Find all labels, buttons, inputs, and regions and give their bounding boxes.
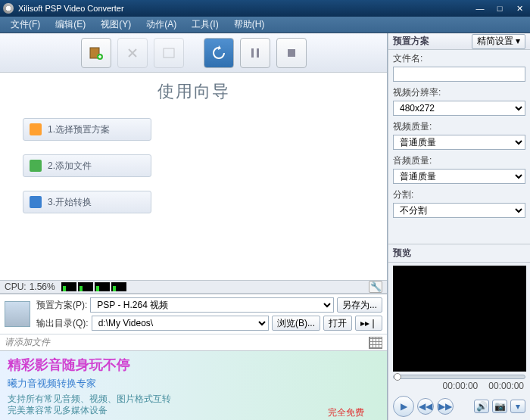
x-icon — [125, 45, 140, 61]
cpu-label: CPU: — [5, 282, 26, 292]
preview-time-current: 00:00:00 — [443, 381, 479, 391]
menu-tools[interactable]: 工具(I) — [184, 18, 226, 31]
snapshot-button[interactable]: 📷 — [492, 400, 507, 413]
banner-desc-2: 完美兼容常见多媒体设备 — [8, 405, 108, 415]
step-3-label: 3.开始转换 — [48, 196, 92, 209]
banner-free-label: 完全免费 — [328, 406, 364, 419]
video-quality-label: 视频质量: — [393, 120, 525, 133]
resolution-label: 视频分辨率: — [393, 86, 525, 99]
split-select[interactable]: 不分割 — [393, 203, 525, 218]
preview-prev-button[interactable]: ◀◀ — [417, 398, 434, 415]
menu-edit[interactable]: 编辑(E) — [48, 18, 93, 31]
stop-icon — [284, 45, 299, 61]
advanced-settings-select[interactable]: 精简设置 ▾ — [472, 34, 525, 49]
add-file-hint: 请添加文件 — [5, 336, 50, 349]
svg-rect-3 — [251, 48, 254, 58]
maximize-button[interactable]: □ — [492, 3, 507, 14]
convert-icon — [30, 196, 42, 208]
output-dir-select[interactable]: d:\My Videos\ — [92, 316, 269, 331]
stop-button[interactable] — [276, 38, 307, 68]
open-dir-button[interactable]: 打开 — [323, 316, 352, 331]
settings-wrench-button[interactable]: 🔧 — [369, 281, 382, 293]
pause-icon — [248, 45, 263, 61]
step-1-label: 1.选择预置方案 — [48, 123, 110, 136]
play-icon: ▶ — [401, 401, 407, 412]
wrench-icon: 🔧 — [370, 282, 382, 292]
refresh-icon — [211, 45, 226, 61]
audio-quality-label: 音频质量: — [393, 154, 525, 167]
banner-desc-1: 支持所有常见音频、视频、图片格式互转 — [8, 394, 171, 404]
profile-select[interactable]: PSP - H.264 视频 — [90, 297, 334, 313]
send-to-device-button[interactable]: ▸▸❘ — [355, 316, 382, 331]
pause-button[interactable] — [240, 38, 270, 68]
step-2-label: 2.添加文件 — [48, 160, 92, 173]
add-file-button[interactable] — [81, 38, 111, 68]
prev-icon: ◀◀ — [419, 401, 432, 412]
view-mode-button[interactable] — [369, 337, 382, 349]
preview-seek-bar[interactable] — [393, 375, 525, 379]
banner-subtitle: 曦力音视频转换专家 — [8, 377, 171, 390]
minimize-button[interactable]: ― — [472, 3, 488, 14]
wizard-title: 使用向导 — [23, 80, 364, 103]
mute-button[interactable]: 🔊 — [474, 400, 489, 413]
profile-label: 预置方案(P): — [36, 299, 87, 312]
menu-view[interactable]: 视图(Y) — [93, 18, 139, 31]
menu-action[interactable]: 动作(A) — [139, 18, 184, 31]
device-arrow-icon: ▸▸❘ — [360, 318, 377, 328]
add-icon — [30, 160, 42, 172]
split-label: 分割: — [393, 188, 525, 201]
profile-panel-title: 预置方案 — [393, 35, 472, 48]
audio-quality-select[interactable]: 普通质量 — [393, 169, 525, 184]
menu-help[interactable]: 帮助(H) — [226, 18, 273, 31]
speaker-icon: 🔊 — [476, 401, 488, 412]
output-label: 输出目录(Q): — [36, 317, 89, 330]
svg-rect-2 — [164, 48, 174, 58]
cpu-graph — [61, 282, 126, 291]
step-2-add-file[interactable]: 2.添加文件 — [23, 154, 151, 177]
filename-label: 文件名: — [393, 52, 525, 65]
promo-banner[interactable]: 精彩影音随身玩不停 曦力音视频转换专家 支持所有常见音频、视频、图片格式互转 完… — [0, 350, 387, 420]
svg-rect-5 — [288, 49, 295, 57]
profile-icon — [30, 123, 42, 135]
video-quality-select[interactable]: 普通质量 — [393, 135, 525, 150]
resolution-select[interactable]: 480x272 — [393, 101, 525, 116]
filename-input[interactable] — [393, 67, 525, 82]
filmstrip-icon — [161, 45, 176, 61]
snapshot-folder-button[interactable]: ▾ — [510, 400, 525, 413]
step-1-select-profile[interactable]: 1.选择预置方案 — [23, 118, 151, 141]
remove-button[interactable] — [117, 38, 148, 68]
step-3-start-convert[interactable]: 3.开始转换 — [23, 191, 151, 213]
menu-file[interactable]: 文件(F) — [3, 18, 48, 31]
profile-thumbnail — [5, 301, 30, 327]
filmstrip-plus-icon — [89, 45, 104, 61]
preview-next-button[interactable]: ▶▶ — [437, 398, 454, 415]
svg-rect-4 — [257, 48, 259, 58]
next-icon: ▶▶ — [438, 401, 452, 412]
window-title: Xilisoft PSP Video Converter — [18, 4, 472, 13]
close-button[interactable]: ✕ — [512, 3, 527, 14]
preview-play-button[interactable]: ▶ — [393, 396, 414, 417]
preview-screen — [393, 266, 526, 372]
folder-icon: ▾ — [516, 401, 520, 412]
convert-button[interactable] — [204, 38, 234, 68]
banner-headline: 精彩影音随身玩不停 — [8, 356, 171, 374]
preview-title: 预览 — [388, 244, 530, 263]
cpu-value: 1.56% — [30, 282, 55, 292]
film-reel-image — [144, 197, 364, 265]
save-as-button[interactable]: 另存为... — [337, 297, 382, 313]
browse-button[interactable]: 浏览(B)... — [272, 316, 320, 331]
camera-icon: 📷 — [494, 401, 506, 412]
preview-time-total: 00:00:00 — [488, 381, 524, 391]
seek-thumb[interactable] — [394, 373, 401, 381]
app-logo — [3, 3, 14, 14]
clip-button[interactable] — [154, 38, 184, 68]
